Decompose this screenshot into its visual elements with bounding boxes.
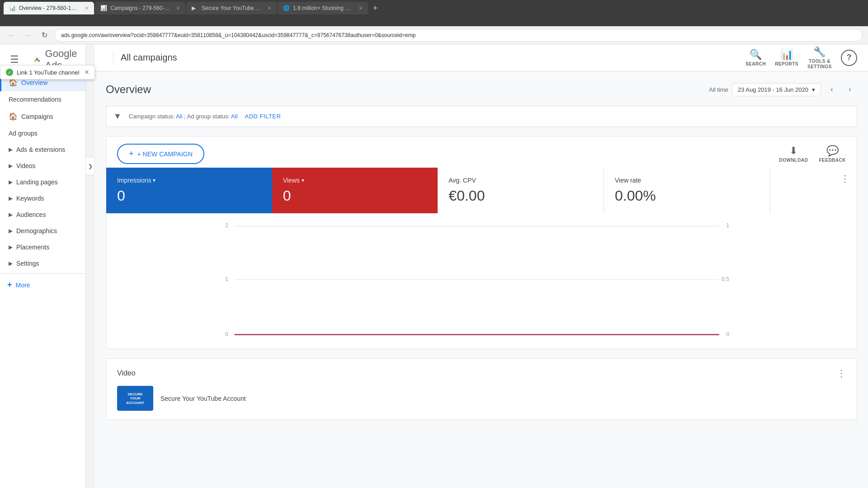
reports-toolbar-item[interactable]: 📊 REPORTS xyxy=(775,49,798,66)
address-bar[interactable]: ads.google.com/aw/overview?ocid=35984777… xyxy=(54,29,863,42)
sidebar-item-placements[interactable]: ▶ Placements xyxy=(0,239,85,255)
search-toolbar-item[interactable]: 🔍 SEARCH xyxy=(745,49,766,66)
overview-title: Overview xyxy=(106,83,709,96)
forward-button[interactable]: → xyxy=(22,29,34,42)
notification-close[interactable]: × xyxy=(85,68,89,76)
videos-expand-icon: ▶ xyxy=(9,163,13,169)
video-more-icon[interactable]: ⋮ xyxy=(837,368,846,379)
tab2-close[interactable]: × xyxy=(176,5,180,12)
sidebar-item-ads-extensions[interactable]: ▶ Ads & extensions xyxy=(0,141,85,158)
date-range-picker[interactable]: 23 Aug 2019 - 16 Jun 2020 ▾ xyxy=(732,83,821,96)
new-campaign-button[interactable]: + + NEW CAMPAIGN xyxy=(117,144,204,164)
sidebar-collapse-button[interactable]: ❯ xyxy=(86,157,95,175)
sidebar-item-demographics[interactable]: ▶ Demographics xyxy=(0,223,85,239)
help-button[interactable]: ? xyxy=(841,50,857,66)
video-section-title: Video xyxy=(117,369,837,377)
video-thumbnail: SECUREYOURACCOUNT xyxy=(117,386,153,411)
tab1-close[interactable]: × xyxy=(85,5,89,12)
video-title: Secure Your YouTube Account xyxy=(160,395,246,402)
views-value: 0 xyxy=(283,188,427,204)
date-range-label: All time xyxy=(709,86,728,93)
feedback-icon: 💬 xyxy=(826,145,839,157)
chart-more-icon[interactable]: ⋮ xyxy=(840,173,849,184)
chart-svg: 2 1 0 1 0.5 0 xyxy=(117,221,846,342)
tab1-favicon: 📊 xyxy=(9,5,15,11)
y-axis-left-mid: 1 xyxy=(225,276,228,282)
new-tab-button[interactable]: + xyxy=(369,2,382,14)
browser-tabs: 📊 Overview - 279-560-1893 - ... × 📊 Camp… xyxy=(0,0,868,14)
add-filter-button[interactable]: ADD FILTER xyxy=(245,113,281,120)
sidebar-item-campaigns[interactable]: 🏠 Campaigns xyxy=(0,108,85,125)
sidebar-item-ad-groups[interactable]: Ad groups xyxy=(0,125,85,141)
more-plus-icon: + xyxy=(7,280,12,290)
back-button[interactable]: ← xyxy=(5,29,18,42)
chart-action-buttons: ⬇ DOWNLOAD 💬 FEEDBACK xyxy=(779,145,846,163)
reload-button[interactable]: ↻ xyxy=(38,29,51,42)
date-next-button[interactable]: › xyxy=(843,82,857,97)
filter-bar: ▼ Campaign status: All ; Ad group status… xyxy=(106,106,857,127)
chart-card: + + NEW CAMPAIGN ⬇ DOWNLOAD 💬 FEEDBACK xyxy=(106,136,857,349)
sidebar-item-audiences[interactable]: ▶ Audiences xyxy=(0,206,85,223)
tab4-close[interactable]: × xyxy=(359,5,363,12)
sidebar-more[interactable]: + More xyxy=(0,276,85,294)
avg-cpv-metric: Avg. CPV €0.00 xyxy=(438,168,604,213)
sidebar-settings-label: Settings xyxy=(16,260,78,267)
view-rate-label: View rate xyxy=(615,177,759,184)
impressions-dropdown-arrow: ▾ xyxy=(153,177,156,183)
app-container: ☰ Google Ads 🏠 Overview Recommendations … xyxy=(0,44,868,488)
ad-group-status-label: Ad group status: xyxy=(187,113,230,120)
chart-end-date: 15 Jun 2020 xyxy=(668,341,698,342)
tools-toolbar-item[interactable]: 🔧 TOOLS &SETTINGS xyxy=(807,46,832,70)
sidebar-item-landing-pages[interactable]: ▶ Landing pages xyxy=(0,174,85,190)
date-prev-button[interactable]: ‹ xyxy=(825,82,839,97)
avg-cpv-label: Avg. CPV xyxy=(448,177,593,184)
new-campaign-label: + NEW CAMPAIGN xyxy=(137,150,193,158)
ad-group-status-value[interactable]: All xyxy=(231,113,237,120)
sidebar-demographics-label: Demographics xyxy=(16,227,78,235)
sidebar-item-settings[interactable]: ▶ Settings xyxy=(0,255,85,272)
svg-point-2 xyxy=(34,60,36,62)
search-icon: 🔍 xyxy=(750,49,762,61)
impressions-value: 0 xyxy=(117,188,261,204)
impressions-metric[interactable]: Impressions ▾ 0 xyxy=(106,168,272,213)
campaigns-icon: 🏠 xyxy=(9,112,18,121)
sidebar: ☰ Google Ads 🏠 Overview Recommendations … xyxy=(0,44,86,488)
sidebar-item-recommendations[interactable]: Recommendations xyxy=(0,91,85,108)
browser-tab-3[interactable]: ▶ Secure Your YouTube Account... × xyxy=(186,2,277,14)
svg-point-1 xyxy=(36,59,38,61)
browser-tab-1[interactable]: 📊 Overview - 279-560-1893 - ... × xyxy=(4,2,94,14)
sidebar-item-keywords[interactable]: ▶ Keywords xyxy=(0,190,85,206)
tab1-label: Overview - 279-560-1893 - ... xyxy=(19,5,80,11)
download-button[interactable]: ⬇ DOWNLOAD xyxy=(779,145,808,163)
tab3-label: Secure Your YouTube Account... xyxy=(202,5,262,11)
chart-body: 2 1 0 1 0.5 0 xyxy=(106,213,857,349)
sidebar-ads-label: Ads & extensions xyxy=(16,146,78,153)
help-icon: ? xyxy=(847,53,852,62)
filter-icon: ▼ xyxy=(113,112,122,121)
sidebar-audiences-label: Audiences xyxy=(16,211,78,218)
header-right-tools: 🔍 SEARCH 📊 REPORTS 🔧 TOOLS &SETTINGS ? xyxy=(745,46,868,70)
browser-tab-2[interactable]: 📊 Campaigns - 279-560-1893 - ... × xyxy=(95,2,185,14)
impressions-label: Impressions ▾ xyxy=(117,177,261,184)
reports-icon: 📊 xyxy=(781,49,793,61)
header-divider xyxy=(113,51,113,65)
campaign-status-value[interactable]: All xyxy=(176,113,182,120)
sidebar-landing-label: Landing pages xyxy=(16,178,78,186)
date-range-container: All time 23 Aug 2019 - 16 Jun 2020 ▾ ‹ › xyxy=(709,82,857,97)
y-axis-left-top: 2 xyxy=(225,222,228,229)
new-campaign-plus-icon: + xyxy=(129,149,134,159)
tab4-label: 1.8 million+ Stunning Free Im... xyxy=(293,5,354,11)
views-metric[interactable]: Views ▾ 0 xyxy=(272,168,438,213)
sidebar-item-videos[interactable]: ▶ Videos xyxy=(0,158,85,174)
tab3-close[interactable]: × xyxy=(268,5,271,12)
browser-tab-4[interactable]: 🌐 1.8 million+ Stunning Free Im... × xyxy=(278,2,368,14)
sidebar-adgroups-label: Ad groups xyxy=(9,130,78,137)
sidebar-overview-label: Overview xyxy=(21,79,78,86)
download-label: DOWNLOAD xyxy=(779,158,808,163)
audiences-expand-icon: ▶ xyxy=(9,211,13,218)
view-rate-metric: View rate 0.00% xyxy=(604,168,770,213)
feedback-button[interactable]: 💬 FEEDBACK xyxy=(819,145,846,163)
sidebar-divider xyxy=(0,273,85,274)
video-card: Video ⋮ SECUREYOURACCOUNT Secure Your Yo… xyxy=(106,358,857,420)
y-axis-right-top: 1 xyxy=(726,222,729,229)
